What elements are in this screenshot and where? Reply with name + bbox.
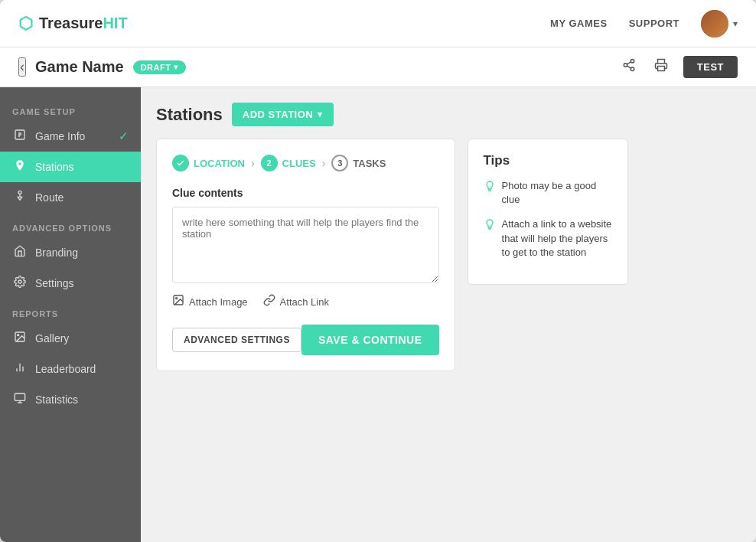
step-location-label: LOCATION xyxy=(194,158,245,169)
game-info-icon xyxy=(12,129,28,144)
step-location-circle xyxy=(172,155,189,171)
sidebar-item-stations[interactable]: Stations xyxy=(0,152,141,182)
link-icon xyxy=(263,294,275,309)
route-icon xyxy=(12,190,28,205)
svg-point-14 xyxy=(18,335,19,336)
sidebar-item-gallery[interactable]: Gallery xyxy=(0,323,141,354)
tips-card: Tips Photo may be a good clue Attach a xyxy=(468,139,628,285)
share-button[interactable] xyxy=(619,55,639,79)
step-tasks-circle: 3 xyxy=(331,155,348,171)
sub-header-left: ‹ Game Name DRAFT ▾ xyxy=(18,57,186,77)
my-games-link[interactable]: MY GAMES xyxy=(550,18,608,29)
attach-image-label: Attach Image xyxy=(189,296,248,308)
draft-label: DRAFT xyxy=(141,63,171,72)
add-station-label: ADD STATION xyxy=(243,109,313,120)
attach-row: Attach Image Attach Link xyxy=(172,294,439,309)
support-link[interactable]: SUPPORT xyxy=(629,18,679,29)
sidebar-item-branding[interactable]: Branding xyxy=(0,237,141,268)
svg-line-3 xyxy=(627,66,631,68)
game-name: Game Name xyxy=(35,58,124,76)
avatar-image xyxy=(701,10,728,38)
draft-badge[interactable]: DRAFT ▾ xyxy=(133,60,186,74)
sidebar-game-info-label: Game Info xyxy=(35,130,85,142)
svg-rect-18 xyxy=(15,393,24,400)
step-clues-label: CLUES xyxy=(282,158,316,169)
add-station-chevron-icon: ▾ xyxy=(318,109,323,119)
logo-icon: ⬡ xyxy=(18,14,33,34)
avatar-wrapper[interactable]: ▾ xyxy=(701,10,738,38)
nav-right: MY GAMES SUPPORT ▾ xyxy=(550,10,738,38)
page-title: Stations xyxy=(156,105,223,125)
step-clues: 2 CLUES xyxy=(261,155,316,171)
action-row: ADVANCED SETTINGS SAVE & CONTINUE xyxy=(172,325,439,355)
attach-image-button[interactable]: Attach Image xyxy=(172,294,248,309)
top-nav: ⬡ TreasureHIT MY GAMES SUPPORT ▾ xyxy=(0,0,756,47)
svg-point-10 xyxy=(18,191,21,194)
sidebar-branding-label: Branding xyxy=(35,247,78,259)
statistics-icon xyxy=(12,392,28,407)
add-station-button[interactable]: ADD STATION ▾ xyxy=(232,103,334,126)
advanced-settings-button[interactable]: ADVANCED SETTINGS xyxy=(172,328,301,352)
logo-hit: HIT xyxy=(103,15,127,31)
attach-link-button[interactable]: Attach Link xyxy=(263,294,329,309)
test-button[interactable]: TEST xyxy=(683,56,738,78)
tips-title: Tips xyxy=(484,153,612,168)
step-tasks-label: TASKS xyxy=(353,158,386,169)
tip-text-1: Photo may be a good clue xyxy=(502,179,612,207)
tip-bulb-icon-1 xyxy=(484,180,496,197)
sidebar-item-leaderboard[interactable]: Leaderboard xyxy=(0,354,141,384)
leaderboard-icon xyxy=(12,361,28,377)
game-setup-title: GAME SETUP xyxy=(0,96,141,121)
page-header: Stations ADD STATION ▾ xyxy=(156,103,741,126)
tip-text-2: Attach a link to a website that will hel… xyxy=(502,217,612,260)
print-icon xyxy=(654,58,668,72)
svg-rect-5 xyxy=(657,67,664,71)
cards-row: LOCATION › 2 CLUES › 3 TASKS xyxy=(156,139,741,371)
reports-title: REPORTS xyxy=(0,299,141,323)
sidebar-gallery-label: Gallery xyxy=(35,332,69,344)
back-button[interactable]: ‹ xyxy=(18,57,26,77)
step-arrow-2: › xyxy=(322,157,326,169)
settings-icon xyxy=(12,276,28,291)
step-location: LOCATION xyxy=(172,155,245,171)
tip-item-2: Attach a link to a website that will hel… xyxy=(484,217,612,260)
print-button[interactable] xyxy=(651,55,671,79)
game-info-check-icon: ✓ xyxy=(119,129,129,143)
sidebar-settings-label: Settings xyxy=(35,277,74,289)
avatar-chevron-icon: ▾ xyxy=(733,18,738,29)
logo: ⬡ TreasureHIT xyxy=(18,14,128,34)
draft-chevron-icon: ▾ xyxy=(174,63,178,71)
main-layout: GAME SETUP Game Info ✓ Stations Route xyxy=(0,87,756,542)
sidebar-item-game-info[interactable]: Game Info ✓ xyxy=(0,121,141,152)
step-clues-circle: 2 xyxy=(261,155,278,171)
content-area: Stations ADD STATION ▾ xyxy=(141,87,756,542)
avatar xyxy=(701,10,728,38)
sidebar-item-statistics[interactable]: Statistics xyxy=(0,384,141,415)
sidebar-item-route[interactable]: Route xyxy=(0,182,141,213)
sidebar-stations-label: Stations xyxy=(35,161,74,173)
tip-bulb-icon-2 xyxy=(484,218,496,235)
sidebar-statistics-label: Statistics xyxy=(35,393,78,406)
sidebar-route-label: Route xyxy=(35,191,64,204)
save-continue-button[interactable]: SAVE & CONTINUE xyxy=(301,325,439,355)
attach-link-label: Attach Link xyxy=(280,296,329,308)
steps-indicator: LOCATION › 2 CLUES › 3 TASKS xyxy=(172,155,439,171)
step-tasks: 3 TASKS xyxy=(331,155,386,171)
sidebar: GAME SETUP Game Info ✓ Stations Route xyxy=(0,87,141,542)
clue-textarea[interactable] xyxy=(172,207,439,283)
svg-line-4 xyxy=(627,62,631,64)
sidebar-leaderboard-label: Leaderboard xyxy=(35,363,96,375)
image-icon xyxy=(172,294,184,309)
gallery-icon xyxy=(12,331,28,346)
sub-header: ‹ Game Name DRAFT ▾ TEST xyxy=(0,47,756,87)
svg-point-12 xyxy=(18,280,21,283)
side-panel: Tips Photo may be a good clue Attach a xyxy=(468,139,628,285)
branding-icon xyxy=(12,245,28,260)
sidebar-item-settings[interactable]: Settings xyxy=(0,268,141,299)
sub-header-right: TEST xyxy=(619,55,738,79)
svg-point-22 xyxy=(176,298,178,299)
logo-text: TreasureHIT xyxy=(39,15,128,32)
clue-section-label: Clue contents xyxy=(172,187,439,199)
step-arrow-1: › xyxy=(251,157,255,169)
share-icon xyxy=(622,58,636,72)
